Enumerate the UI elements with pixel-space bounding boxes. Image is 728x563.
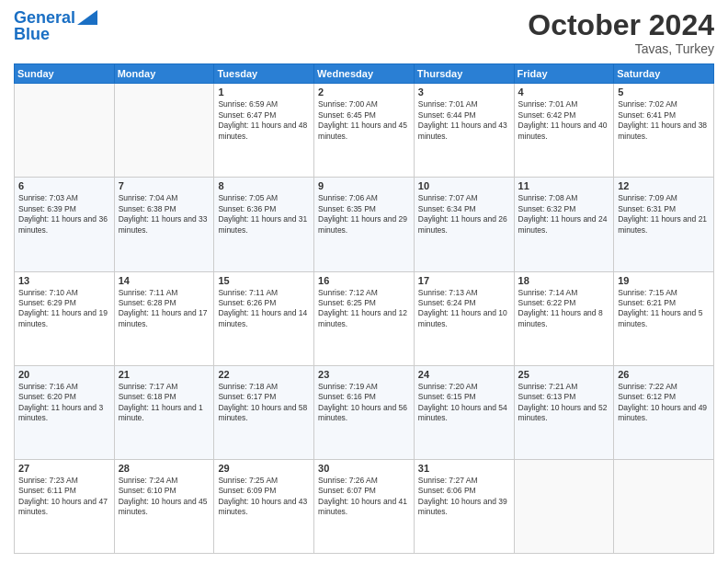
day-number: 1 xyxy=(218,86,310,98)
day-number: 7 xyxy=(119,180,210,191)
calendar-cell: 9Sunrise: 7:06 AM Sunset: 6:35 PM Daylig… xyxy=(314,178,415,271)
day-info: Sunrise: 7:17 AM Sunset: 6:18 PM Dayligh… xyxy=(119,382,210,424)
day-info: Sunrise: 7:05 AM Sunset: 6:36 PM Dayligh… xyxy=(218,193,310,236)
calendar-cell: 17Sunrise: 7:13 AM Sunset: 6:24 PM Dayli… xyxy=(414,271,514,365)
day-info: Sunrise: 7:27 AM Sunset: 6:06 PM Dayligh… xyxy=(418,476,510,518)
day-number: 15 xyxy=(218,275,310,286)
day-number: 25 xyxy=(518,369,610,380)
day-number: 10 xyxy=(418,180,510,191)
svg-marker-0 xyxy=(77,10,97,25)
calendar-cell: 18Sunrise: 7:14 AM Sunset: 6:22 PM Dayli… xyxy=(514,271,614,365)
day-number: 17 xyxy=(418,275,510,286)
day-info: Sunrise: 7:11 AM Sunset: 6:28 PM Dayligh… xyxy=(119,288,210,330)
day-info: Sunrise: 7:08 AM Sunset: 6:32 PM Dayligh… xyxy=(518,193,610,236)
calendar-week-row: 27Sunrise: 7:23 AM Sunset: 6:11 PM Dayli… xyxy=(15,459,714,553)
calendar: SundayMondayTuesdayWednesdayThursdayFrid… xyxy=(14,63,714,554)
day-info: Sunrise: 7:00 AM Sunset: 6:45 PM Dayligh… xyxy=(318,99,410,142)
calendar-header-saturday: Saturday xyxy=(614,64,714,84)
logo-text-blue: Blue xyxy=(14,26,50,44)
day-number: 5 xyxy=(618,86,710,98)
day-info: Sunrise: 7:12 AM Sunset: 6:25 PM Dayligh… xyxy=(318,288,410,330)
day-info: Sunrise: 7:03 AM Sunset: 6:39 PM Dayligh… xyxy=(18,193,110,236)
day-number: 3 xyxy=(418,86,510,98)
calendar-header-sunday: Sunday xyxy=(15,64,115,84)
day-info: Sunrise: 7:19 AM Sunset: 6:16 PM Dayligh… xyxy=(318,382,410,424)
calendar-cell: 8Sunrise: 7:05 AM Sunset: 6:36 PM Daylig… xyxy=(214,178,314,271)
calendar-header-monday: Monday xyxy=(114,64,214,84)
day-info: Sunrise: 7:25 AM Sunset: 6:09 PM Dayligh… xyxy=(218,476,310,518)
calendar-cell xyxy=(15,84,115,178)
day-number: 29 xyxy=(218,463,310,474)
calendar-cell: 20Sunrise: 7:16 AM Sunset: 6:20 PM Dayli… xyxy=(15,365,115,459)
day-number: 26 xyxy=(618,369,710,380)
day-info: Sunrise: 7:20 AM Sunset: 6:15 PM Dayligh… xyxy=(418,382,510,424)
calendar-cell: 5Sunrise: 7:02 AM Sunset: 6:41 PM Daylig… xyxy=(614,84,714,178)
header: General Blue October 2024 Tavas, Turkey xyxy=(14,9,714,56)
day-info: Sunrise: 7:15 AM Sunset: 6:21 PM Dayligh… xyxy=(618,288,710,330)
calendar-cell: 10Sunrise: 7:07 AM Sunset: 6:34 PM Dayli… xyxy=(414,178,514,271)
day-number: 2 xyxy=(318,86,410,98)
day-info: Sunrise: 7:14 AM Sunset: 6:22 PM Dayligh… xyxy=(518,288,610,330)
day-info: Sunrise: 7:02 AM Sunset: 6:41 PM Dayligh… xyxy=(618,99,710,142)
calendar-header-friday: Friday xyxy=(514,64,614,84)
calendar-cell xyxy=(514,459,614,553)
calendar-cell: 31Sunrise: 7:27 AM Sunset: 6:06 PM Dayli… xyxy=(414,459,514,553)
calendar-cell: 16Sunrise: 7:12 AM Sunset: 6:25 PM Dayli… xyxy=(314,271,415,365)
calendar-week-row: 6Sunrise: 7:03 AM Sunset: 6:39 PM Daylig… xyxy=(15,178,714,271)
day-number: 21 xyxy=(119,369,210,380)
calendar-cell: 28Sunrise: 7:24 AM Sunset: 6:10 PM Dayli… xyxy=(114,459,214,553)
calendar-week-row: 20Sunrise: 7:16 AM Sunset: 6:20 PM Dayli… xyxy=(15,365,714,459)
day-number: 23 xyxy=(318,369,410,380)
day-info: Sunrise: 7:10 AM Sunset: 6:29 PM Dayligh… xyxy=(18,288,110,330)
day-number: 27 xyxy=(18,463,110,474)
calendar-cell: 27Sunrise: 7:23 AM Sunset: 6:11 PM Dayli… xyxy=(15,459,115,553)
day-number: 28 xyxy=(119,463,210,474)
calendar-cell xyxy=(114,84,214,178)
day-info: Sunrise: 7:01 AM Sunset: 6:44 PM Dayligh… xyxy=(418,99,510,142)
logo-icon xyxy=(77,10,97,25)
calendar-cell: 6Sunrise: 7:03 AM Sunset: 6:39 PM Daylig… xyxy=(15,178,115,271)
day-number: 14 xyxy=(119,275,210,286)
day-info: Sunrise: 7:23 AM Sunset: 6:11 PM Dayligh… xyxy=(18,476,110,518)
calendar-cell: 1Sunrise: 6:59 AM Sunset: 6:47 PM Daylig… xyxy=(214,84,314,178)
calendar-cell: 24Sunrise: 7:20 AM Sunset: 6:15 PM Dayli… xyxy=(414,365,514,459)
calendar-header-row: SundayMondayTuesdayWednesdayThursdayFrid… xyxy=(15,64,714,84)
calendar-week-row: 1Sunrise: 6:59 AM Sunset: 6:47 PM Daylig… xyxy=(15,84,714,178)
day-number: 22 xyxy=(218,369,310,380)
day-number: 6 xyxy=(18,180,110,191)
location: Tavas, Turkey xyxy=(528,41,714,56)
page: General Blue October 2024 Tavas, Turkey … xyxy=(0,0,728,563)
day-info: Sunrise: 7:09 AM Sunset: 6:31 PM Dayligh… xyxy=(618,193,710,236)
calendar-header-thursday: Thursday xyxy=(414,64,514,84)
calendar-cell: 14Sunrise: 7:11 AM Sunset: 6:28 PM Dayli… xyxy=(114,271,214,365)
day-info: Sunrise: 7:22 AM Sunset: 6:12 PM Dayligh… xyxy=(618,382,710,424)
calendar-cell: 22Sunrise: 7:18 AM Sunset: 6:17 PM Dayli… xyxy=(214,365,314,459)
day-number: 24 xyxy=(418,369,510,380)
calendar-cell: 25Sunrise: 7:21 AM Sunset: 6:13 PM Dayli… xyxy=(514,365,614,459)
day-info: Sunrise: 7:21 AM Sunset: 6:13 PM Dayligh… xyxy=(518,382,610,424)
calendar-cell: 30Sunrise: 7:26 AM Sunset: 6:07 PM Dayli… xyxy=(314,459,415,553)
calendar-cell: 21Sunrise: 7:17 AM Sunset: 6:18 PM Dayli… xyxy=(114,365,214,459)
day-info: Sunrise: 7:16 AM Sunset: 6:20 PM Dayligh… xyxy=(18,382,110,424)
day-info: Sunrise: 7:01 AM Sunset: 6:42 PM Dayligh… xyxy=(518,99,610,142)
day-number: 16 xyxy=(318,275,410,286)
calendar-cell: 19Sunrise: 7:15 AM Sunset: 6:21 PM Dayli… xyxy=(614,271,714,365)
calendar-cell: 12Sunrise: 7:09 AM Sunset: 6:31 PM Dayli… xyxy=(614,178,714,271)
day-number: 8 xyxy=(218,180,310,191)
day-number: 20 xyxy=(18,369,110,380)
day-info: Sunrise: 6:59 AM Sunset: 6:47 PM Dayligh… xyxy=(218,99,310,142)
calendar-cell: 13Sunrise: 7:10 AM Sunset: 6:29 PM Dayli… xyxy=(15,271,115,365)
calendar-header-wednesday: Wednesday xyxy=(314,64,415,84)
day-number: 12 xyxy=(618,180,710,191)
calendar-cell: 2Sunrise: 7:00 AM Sunset: 6:45 PM Daylig… xyxy=(314,84,415,178)
day-info: Sunrise: 7:26 AM Sunset: 6:07 PM Dayligh… xyxy=(318,476,410,518)
logo: General Blue xyxy=(14,9,97,44)
day-number: 30 xyxy=(318,463,410,474)
calendar-cell: 11Sunrise: 7:08 AM Sunset: 6:32 PM Dayli… xyxy=(514,178,614,271)
day-info: Sunrise: 7:24 AM Sunset: 6:10 PM Dayligh… xyxy=(119,476,210,518)
day-info: Sunrise: 7:04 AM Sunset: 6:38 PM Dayligh… xyxy=(119,193,210,236)
calendar-cell xyxy=(614,459,714,553)
day-number: 9 xyxy=(318,180,410,191)
calendar-cell: 4Sunrise: 7:01 AM Sunset: 6:42 PM Daylig… xyxy=(514,84,614,178)
calendar-week-row: 13Sunrise: 7:10 AM Sunset: 6:29 PM Dayli… xyxy=(15,271,714,365)
